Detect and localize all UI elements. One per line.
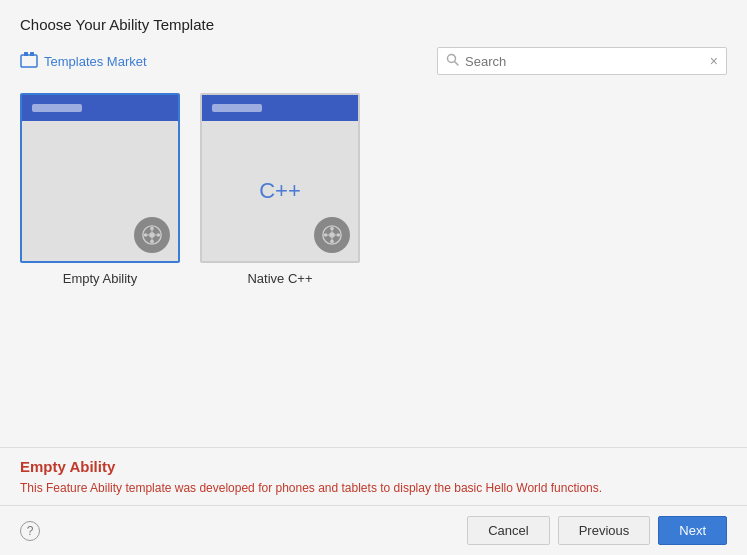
search-clear-icon[interactable]: × <box>710 53 718 69</box>
cpp-text-label: C++ <box>259 178 301 204</box>
help-icon[interactable]: ? <box>20 521 40 541</box>
search-input[interactable] <box>465 54 704 69</box>
template-card-empty-ability[interactable]: Empty Ability <box>20 93 180 286</box>
template-thumbnail-empty-ability <box>20 93 180 263</box>
footer: ? Cancel Previous Next <box>0 505 747 555</box>
cancel-button[interactable]: Cancel <box>467 516 549 545</box>
template-body-cpp: C++ <box>202 121 358 261</box>
template-header-bar-empty <box>22 95 178 121</box>
dialog-title: Choose Your Ability Template <box>0 0 747 43</box>
ability-badge-cpp <box>314 217 350 253</box>
search-icon <box>446 52 459 70</box>
svg-line-4 <box>455 62 459 66</box>
dialog: Choose Your Ability Template Templates M… <box>0 0 747 555</box>
next-button[interactable]: Next <box>658 516 727 545</box>
previous-button[interactable]: Previous <box>558 516 651 545</box>
template-thumbnail-native-cpp: C++ <box>200 93 360 263</box>
description-title: Empty Ability <box>20 458 727 475</box>
footer-right: Cancel Previous Next <box>467 516 727 545</box>
template-card-native-cpp[interactable]: C++ <box>200 93 360 286</box>
template-label-empty-ability: Empty Ability <box>63 271 137 286</box>
templates-market-label: Templates Market <box>44 54 147 69</box>
svg-rect-0 <box>21 55 37 67</box>
toolbar: Templates Market × <box>0 43 747 83</box>
template-header-bar-cpp <box>202 95 358 121</box>
svg-rect-2 <box>30 52 34 56</box>
templates-market-link[interactable]: Templates Market <box>20 52 147 71</box>
search-box: × <box>437 47 727 75</box>
market-icon <box>20 52 38 71</box>
footer-left: ? <box>20 521 40 541</box>
description-area: Empty Ability This Feature Ability templ… <box>0 447 747 505</box>
description-text: This Feature Ability template was develo… <box>20 479 727 497</box>
template-body-empty <box>22 121 178 261</box>
template-label-native-cpp: Native C++ <box>247 271 312 286</box>
ability-badge-empty <box>134 217 170 253</box>
content-area: Empty Ability C++ <box>0 83 747 447</box>
svg-rect-1 <box>24 52 28 56</box>
